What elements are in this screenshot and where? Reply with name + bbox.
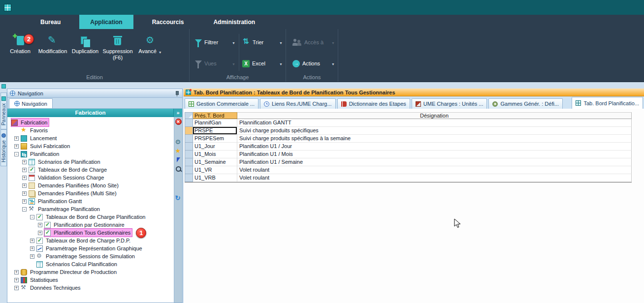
- tree-expander-icon[interactable]: +: [22, 160, 27, 164]
- tree-item-scenarios-calcul-planification[interactable]: Scénarios Calcul Planification: [7, 260, 174, 268]
- button-excel[interactable]: Excel: [241, 57, 284, 70]
- table-row[interactable]: U1_JourPlanification U1 / Jour: [185, 143, 632, 151]
- settings-icon[interactable]: [175, 139, 182, 146]
- button-actions[interactable]: Actions: [291, 57, 336, 70]
- row-selector[interactable]: [185, 158, 193, 166]
- row-selector[interactable]: [185, 151, 193, 158]
- button-creation[interactable]: Création2: [4, 33, 36, 71]
- tree-expander-icon[interactable]: +: [30, 246, 34, 251]
- tree-expander-icon[interactable]: +: [30, 254, 34, 259]
- grid-corner-cell[interactable]: [185, 112, 193, 119]
- refresh-icon[interactable]: [175, 195, 182, 202]
- row-selector[interactable]: [185, 166, 193, 174]
- row-selector[interactable]: [185, 135, 193, 143]
- button-trier[interactable]: Trier: [241, 35, 284, 49]
- tree-expander-icon[interactable]: +: [14, 144, 19, 149]
- table-row[interactable]: U1_SemainePlanification U1 / Semaine: [185, 158, 632, 166]
- tree-expander-icon[interactable]: +: [22, 199, 27, 204]
- tree-item-tableaux-de-bord-de-charge[interactable]: +Tableaux de Bord de Charge: [7, 166, 174, 174]
- cell-designation[interactable]: Plannification GANTT: [237, 119, 632, 127]
- pin-icon[interactable]: [174, 91, 180, 96]
- tree-item-tableaux-de-bord-de-charge-planification[interactable]: -Tableaux de Bord de Charge Planificatio…: [7, 213, 174, 221]
- table-row[interactable]: U1_VRBVolet roulant: [185, 174, 632, 182]
- tree-item-favoris[interactable]: Favoris: [7, 126, 174, 134]
- cell-designation[interactable]: Volet roulant: [237, 166, 632, 174]
- tree-item-tableaux-de-bord-de-charge-p-d-p[interactable]: +Tableaux de Bord de Charge P.D.P.: [7, 237, 174, 244]
- cell-designation[interactable]: Volet roulant: [237, 174, 632, 182]
- tree-expander-icon[interactable]: +: [38, 223, 42, 227]
- favorites-icon[interactable]: [175, 148, 182, 154]
- cell-pres-t-bord[interactable]: U1_Semaine: [193, 158, 237, 166]
- table-row[interactable]: PRSPESemSuivi charge produits spécifique…: [185, 135, 632, 143]
- table-row[interactable]: U1_VRVolet roulant: [185, 166, 632, 174]
- tree-item-lancement[interactable]: +Lancement: [7, 134, 174, 142]
- tree-expander-icon[interactable]: +: [22, 168, 27, 172]
- collapse-panel-button[interactable]: »: [173, 109, 182, 117]
- ribbon-tab-raccourcis[interactable]: Raccourcis: [141, 15, 195, 29]
- tree-item-statistiques[interactable]: +Statistiques: [7, 276, 174, 284]
- tree-expander-icon[interactable]: +: [22, 183, 27, 188]
- row-selector[interactable]: [185, 143, 193, 151]
- cell-designation[interactable]: Planification U1 / Semaine: [237, 158, 632, 166]
- tree-item-scenarios-de-planification[interactable]: +Scénarios de Planification: [7, 158, 174, 166]
- cell-designation[interactable]: Planification U1 / Mois: [237, 151, 632, 158]
- dropdown-arrow-icon[interactable]: [279, 39, 283, 45]
- tree-expander-icon[interactable]: +: [14, 270, 19, 274]
- table-row[interactable]: U1_MoisPlanification U1 / Mois: [185, 151, 632, 158]
- row-selector[interactable]: [185, 127, 193, 135]
- tree-expander-icon[interactable]: +: [14, 136, 19, 141]
- tree-expander-icon[interactable]: +: [22, 191, 27, 196]
- tree-expander-icon[interactable]: +: [14, 278, 19, 282]
- cell-pres-t-bord[interactable]: PRSPESem: [193, 135, 237, 143]
- button-suppression-f6[interactable]: Suppression (F6): [101, 33, 134, 71]
- document-tab-gestion-commerciale[interactable]: Gestion Commerciale ...: [185, 98, 258, 109]
- button-filtrer[interactable]: Filtrer: [193, 35, 237, 49]
- dropdown-arrow-icon[interactable]: [331, 61, 335, 66]
- tree-item-suivi-fabrication[interactable]: +Suivi Fabrication: [7, 142, 174, 150]
- tree-item-programme-directeur-de-production[interactable]: +Programme Directeur de Production: [7, 268, 174, 276]
- tree-expander-icon[interactable]: +: [38, 231, 42, 235]
- close-panel-icon[interactable]: [175, 119, 182, 125]
- document-tab-gammes-gener-defi[interactable]: Gammes Génér. : Défi...: [488, 98, 563, 109]
- tree-expander-icon[interactable]: +: [14, 286, 19, 290]
- tree-expander-icon[interactable]: -: [22, 207, 27, 212]
- ribbon-tab-administration[interactable]: Administration: [202, 15, 266, 29]
- rail-tab-historique[interactable]: Historique: [0, 129, 7, 166]
- dock-rail-icon[interactable]: [1, 84, 6, 89]
- cell-designation[interactable]: Suivi charge produits spécifiques: [237, 127, 632, 135]
- dropdown-arrow-icon[interactable]: [279, 61, 283, 66]
- cell-designation[interactable]: Suivi charge produits spécifiques à la s…: [237, 135, 632, 143]
- cell-pres-t-bord[interactable]: U1_Mois: [193, 151, 237, 158]
- cell-pres-t-bord[interactable]: PRSPE: [193, 127, 237, 135]
- column-header-pres-t-bord[interactable]: Prés.T. Bord: [193, 112, 237, 119]
- button-avance[interactable]: Avancé: [134, 33, 166, 71]
- tree-item-validation-sessions-charge[interactable]: +Validation Sessions Charge: [7, 174, 174, 182]
- tree-expander-icon[interactable]: +: [30, 239, 34, 243]
- cell-pres-t-bord[interactable]: U1_Jour: [193, 143, 237, 151]
- tree-item-parametrage-planification[interactable]: -Paramétrage Planification: [7, 205, 174, 213]
- button-modification[interactable]: Modification: [36, 33, 69, 71]
- tab-navigation[interactable]: Navigation: [9, 98, 53, 108]
- row-selector[interactable]: [185, 174, 193, 182]
- ribbon-tab-application[interactable]: Application: [79, 15, 133, 29]
- tree-expander-icon[interactable]: -: [30, 215, 34, 219]
- row-selector[interactable]: [185, 119, 193, 127]
- rail-tab-panneaux[interactable]: Panneaux: [0, 92, 7, 129]
- tree-item-demandes-planifiees-multi-site[interactable]: +Demandes Planifiées (Multi Site): [7, 189, 174, 197]
- document-tab-ume-charges-unites[interactable]: UME Charges : Unités ...: [412, 98, 487, 109]
- table-row[interactable]: PRSPESuivi charge produits spécifiques: [185, 127, 632, 135]
- document-tab-liens-res-ume-charg[interactable]: Liens Res./UME Charg...: [260, 98, 336, 109]
- cell-designation[interactable]: Planification U1 / Jour: [237, 143, 632, 151]
- tree-item-planification-gantt[interactable]: +Planification Gantt: [7, 197, 174, 205]
- tree-item-demandes-planifiees-mono-site[interactable]: +Demandes Planifiées (Mono Site): [7, 182, 174, 189]
- ribbon-tab-bureau[interactable]: Bureau: [30, 15, 71, 29]
- tree-expander-icon[interactable]: -: [14, 152, 19, 156]
- table-row[interactable]: PlannifGanPlannification GANTT: [185, 119, 632, 127]
- tree-item-planification-tous-gestionnaires[interactable]: +Planification Tous Gestionnaires1: [7, 229, 174, 237]
- tree-item-parametrage-sessions-de-simulation[interactable]: +Paramétrage Sessions de Simulation: [7, 252, 174, 260]
- tree-item-planification-par-gestionnaire[interactable]: +Planification par Gestionnaire: [7, 221, 174, 229]
- cell-pres-t-bord[interactable]: U1_VRB: [193, 174, 237, 182]
- tree-item-parametrage-representation-graphique[interactable]: +Paramétrage Représentation Graphique: [7, 244, 174, 252]
- tree-expander-icon[interactable]: +: [22, 176, 27, 180]
- select-pointer-icon[interactable]: [175, 157, 182, 163]
